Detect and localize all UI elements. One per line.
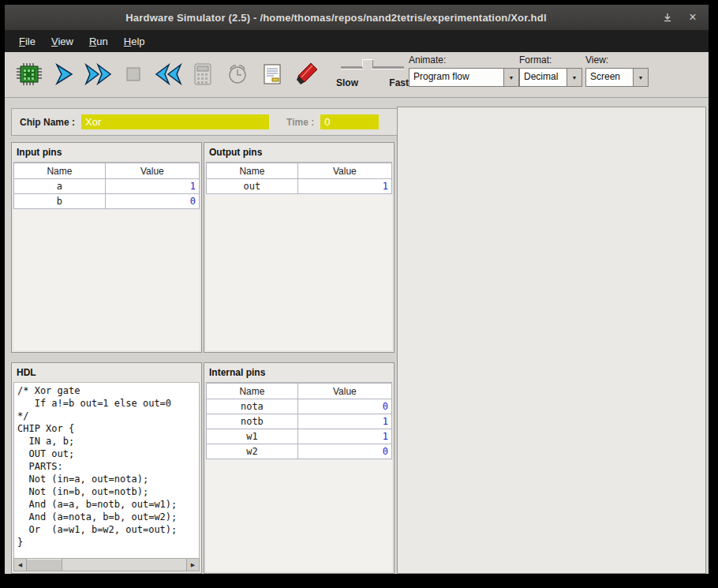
code-line: And (a=a, b=notb, out=w1); <box>17 498 196 511</box>
stop-button[interactable] <box>117 58 149 91</box>
animate-select[interactable]: Program flow ▼ <box>409 68 519 87</box>
chip-name-field: Xor <box>81 114 269 129</box>
reset-icon <box>154 63 182 85</box>
run-button[interactable] <box>82 58 114 91</box>
menubar: File View Run Help <box>5 30 709 52</box>
pin-value[interactable]: 0 <box>105 194 199 209</box>
view-label: View: <box>585 54 649 66</box>
value-column-header: Value <box>297 163 391 179</box>
name-column-header: Name <box>207 384 298 399</box>
time-label: Time : <box>286 117 314 128</box>
content-area: Chip Name : Xor Time : 0 Input pins Name… <box>5 98 709 574</box>
menu-help[interactable]: Help <box>116 32 153 51</box>
chip-name-bar: Chip Name : Xor Time : 0 <box>11 108 410 136</box>
clock-button[interactable] <box>221 58 253 91</box>
chevron-down-icon: ▼ <box>572 75 578 81</box>
screen-view-panel <box>397 107 706 574</box>
calculator-button[interactable] <box>186 58 219 91</box>
pin-value[interactable]: 0 <box>297 444 391 459</box>
reset-button[interactable] <box>151 58 184 91</box>
pin-name: notb <box>207 414 298 429</box>
run-icon <box>84 63 113 85</box>
chevron-down-icon: ▼ <box>638 75 644 81</box>
slow-label: Slow <box>336 77 358 88</box>
minimize-button[interactable] <box>660 9 675 25</box>
pin-value[interactable]: 1 <box>297 179 391 194</box>
brush-icon <box>294 62 320 87</box>
name-column-header: Name <box>207 163 298 179</box>
time-field: 0 <box>320 114 379 129</box>
internal-pins-panel: Internal pins Name Value nota 0 notb 1 <box>204 362 395 574</box>
format-dropdown-button[interactable]: ▼ <box>567 69 582 86</box>
code-line: */ <box>17 410 196 422</box>
code-line: Or (a=w1, b=w2, out=out); <box>17 523 196 536</box>
animate-group: Animate: Program flow ▼ <box>409 54 519 87</box>
value-column-header: Value <box>105 163 199 179</box>
code-line: OUT out; <box>17 448 196 460</box>
slider-labels: Slow Fast <box>336 77 409 88</box>
scroll-right-button[interactable]: ▶ <box>186 559 199 571</box>
pin-value[interactable]: 0 <box>297 399 391 414</box>
calculator-icon <box>193 62 213 86</box>
code-line: PARTS: <box>17 460 196 473</box>
script-button[interactable] <box>256 58 288 91</box>
code-line: /* Xor gate <box>17 384 196 397</box>
menu-run[interactable]: Run <box>81 32 116 51</box>
table-row: w2 0 <box>207 444 392 459</box>
output-pins-panel: Output pins Name Value out 1 <box>204 142 395 353</box>
chip-icon <box>15 62 43 87</box>
clear-button[interactable] <box>290 58 323 91</box>
view-dropdown-button[interactable]: ▼ <box>633 69 648 86</box>
close-button[interactable]: × <box>685 9 701 25</box>
value-column-header: Value <box>297 384 391 399</box>
table-row: b 0 <box>14 194 200 209</box>
pin-value[interactable]: 1 <box>297 429 391 444</box>
animate-dropdown-button[interactable]: ▼ <box>503 69 518 86</box>
output-pins-title: Output pins <box>204 143 394 160</box>
format-select[interactable]: Decimal ▼ <box>519 68 582 87</box>
pin-name: b <box>14 194 106 209</box>
table-row: notb 1 <box>207 414 392 429</box>
script-icon <box>261 62 283 86</box>
scroll-left-button[interactable]: ◀ <box>14 559 27 571</box>
close-icon: × <box>689 11 696 24</box>
internal-pins-title: Internal pins <box>204 363 394 380</box>
chevron-down-icon: ▼ <box>509 75 514 81</box>
toolbar-buttons <box>13 58 323 91</box>
menu-view[interactable]: View <box>43 32 81 51</box>
hdl-title: HDL <box>12 363 201 380</box>
single-step-icon <box>54 63 74 85</box>
load-chip-button[interactable] <box>13 58 45 91</box>
window-controls: × <box>660 9 701 25</box>
fast-label: Fast <box>389 77 409 88</box>
pin-name: nota <box>207 399 298 414</box>
code-line: } <box>17 536 196 549</box>
window-title: Hardware Simulator (2.5) - /home/thomas/… <box>13 12 660 24</box>
hdl-panel: HDL /* Xor gate If a!=b out=1 else out=0… <box>11 362 202 574</box>
table-row: out 1 <box>207 179 392 194</box>
format-label: Format: <box>519 54 582 66</box>
format-group: Format: Decimal ▼ <box>519 54 582 87</box>
view-select[interactable]: Screen ▼ <box>585 68 649 87</box>
pin-name: out <box>207 179 298 194</box>
pin-value[interactable]: 1 <box>297 414 391 429</box>
view-group: View: Screen ▼ <box>585 54 649 87</box>
pin-value[interactable]: 1 <box>105 179 199 194</box>
input-pins-panel: Input pins Name Value a 1 b 0 <box>11 142 202 353</box>
code-line: Not (in=a, out=nota); <box>17 473 196 485</box>
hdl-code-view: /* Xor gate If a!=b out=1 else out=0 */ … <box>13 382 200 559</box>
view-value: Screen <box>586 69 633 86</box>
app-window: Hardware Simulator (2.5) - /home/thomas/… <box>5 5 709 574</box>
slider-thumb[interactable] <box>362 59 373 73</box>
animate-label: Animate: <box>409 54 519 66</box>
chip-name-label: Chip Name : <box>20 117 75 128</box>
speed-slider[interactable]: Slow Fast <box>336 56 409 92</box>
menu-file[interactable]: File <box>11 32 43 51</box>
titlebar[interactable]: Hardware Simulator (2.5) - /home/thomas/… <box>5 5 709 30</box>
single-step-button[interactable] <box>47 58 80 91</box>
stop-icon <box>124 65 143 84</box>
hdl-horizontal-scrollbar[interactable]: ◀ ▶ <box>13 558 200 571</box>
animate-value: Program flow <box>409 69 503 86</box>
scrollbar-thumb[interactable] <box>27 559 62 571</box>
code-line: If a!=b out=1 else out=0 <box>17 397 196 410</box>
